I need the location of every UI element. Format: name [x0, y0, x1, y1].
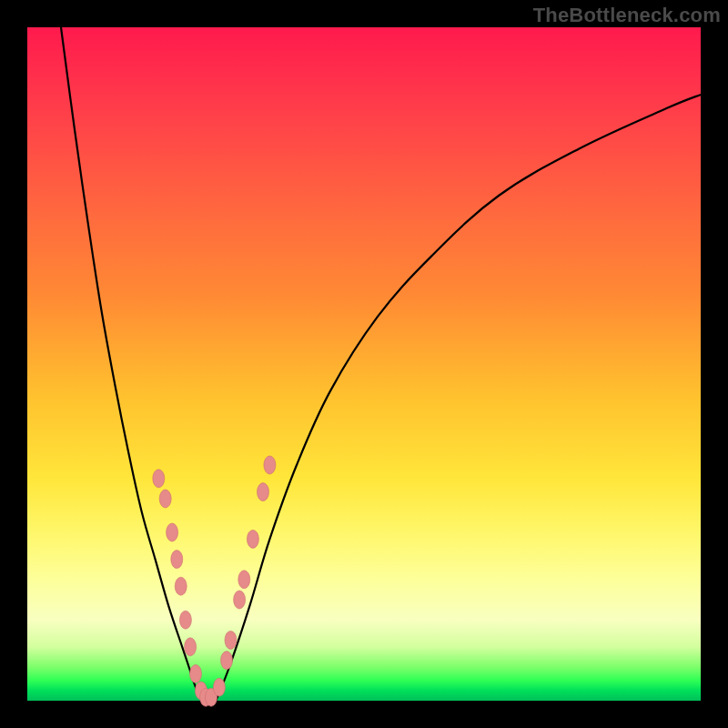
- bead: [171, 551, 183, 569]
- bead: [234, 591, 246, 609]
- bead: [153, 470, 165, 488]
- bead: [185, 638, 197, 656]
- bead: [221, 652, 233, 670]
- bead: [258, 483, 269, 501]
- bead: [225, 631, 237, 649]
- bead: [190, 664, 202, 682]
- bead: [175, 577, 187, 595]
- curve-layer: [27, 27, 701, 701]
- plot-area: [27, 27, 701, 701]
- bead: [167, 523, 178, 541]
- bead: [159, 490, 171, 508]
- bead: [247, 530, 258, 548]
- curve-left: [61, 27, 202, 701]
- bead: [213, 678, 225, 696]
- bead: [179, 611, 191, 629]
- bead: [238, 571, 250, 589]
- bead: [264, 456, 276, 474]
- watermark-text: TheBottleneck.com: [533, 4, 721, 27]
- curve-right: [216, 95, 701, 701]
- chart-frame: TheBottleneck.com: [0, 0, 728, 728]
